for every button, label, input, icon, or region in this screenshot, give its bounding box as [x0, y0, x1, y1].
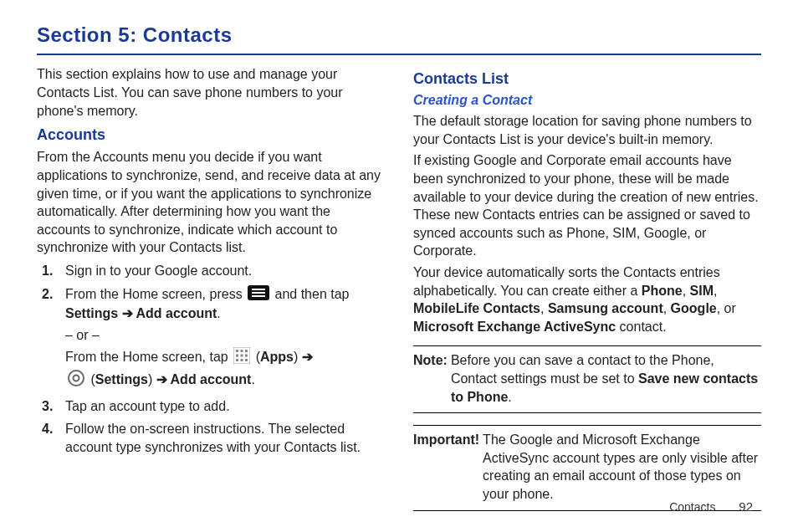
right-column: Contacts List Creating a Contact The def…	[413, 64, 761, 510]
important-body: The Google and Microsoft Exchange Active…	[483, 431, 761, 503]
add-account-label: Add account	[171, 372, 252, 386]
svg-rect-11	[236, 359, 238, 361]
contacts-paragraph: The default storage location for saving …	[413, 112, 761, 148]
page-number: 92	[739, 499, 753, 514]
important-label: Important!	[413, 431, 479, 503]
step-or: – or –	[65, 326, 385, 345]
note-body: Before you can save a contact to the Pho…	[451, 351, 761, 406]
intro-paragraph: This section explains how to use and man…	[37, 65, 385, 120]
sim-label: SIM	[690, 284, 714, 298]
mseas-label: Microsoft Exchange ActiveSync	[413, 320, 616, 334]
step-text: Tap an account type to add.	[65, 399, 230, 413]
accounts-paragraph: From the Accounts menu you decide if you…	[37, 148, 385, 257]
svg-rect-7	[245, 350, 248, 352]
step-text: and then tap	[275, 287, 350, 301]
note-block: Note: Before you can save a contact to t…	[413, 345, 761, 413]
page-footer: Contacts 92	[669, 499, 753, 515]
step-item: Sign in to your Google account.	[37, 262, 385, 280]
footer-section: Contacts	[669, 500, 715, 514]
arrow-icon: ➔	[302, 350, 313, 364]
step-text: Follow the on-screen instructions. The s…	[65, 422, 361, 454]
contacts-paragraph: Your device automatically sorts the Cont…	[413, 263, 761, 335]
add-account-label: Add account	[136, 306, 217, 320]
arrow-icon: ➔	[122, 306, 136, 320]
svg-rect-13	[245, 359, 248, 361]
svg-point-15	[74, 376, 79, 381]
menu-icon	[248, 285, 269, 305]
settings-gear-icon	[67, 369, 85, 392]
google-label: Google	[671, 301, 717, 315]
svg-rect-9	[241, 355, 243, 357]
creating-contact-heading: Creating a Contact	[413, 91, 761, 110]
svg-rect-5	[236, 350, 238, 352]
step-text: From the Home screen, press	[65, 287, 246, 301]
settings-label: Settings	[65, 306, 118, 320]
step-text: Sign in to your Google account.	[65, 263, 252, 278]
svg-rect-6	[241, 350, 243, 352]
contacts-paragraph: If existing Google and Corporate email a…	[413, 151, 761, 260]
svg-rect-1	[252, 289, 265, 290]
settings-label: Settings	[95, 372, 148, 386]
note-label: Note:	[413, 351, 448, 406]
accounts-heading: Accounts	[37, 125, 385, 145]
step-alt: From the Home screen, tap (Apps) ➔	[65, 347, 385, 391]
content-columns: This section explains how to use and man…	[37, 64, 761, 510]
apps-label: Apps	[260, 350, 294, 364]
svg-rect-10	[245, 355, 248, 357]
svg-rect-3	[252, 295, 265, 297]
para-text: contact.	[616, 320, 666, 334]
left-column: This section explains how to use and man…	[37, 64, 385, 510]
svg-point-14	[69, 371, 84, 386]
samsung-label: Samsung account	[548, 301, 663, 315]
section-title: Section 5: Contacts	[37, 22, 761, 55]
svg-rect-12	[241, 359, 243, 361]
step-text: From the Home screen, tap	[65, 350, 232, 364]
step-item: Tap an account type to add.	[37, 397, 385, 416]
arrow-icon: ➔	[156, 372, 171, 386]
svg-rect-8	[236, 355, 238, 357]
contacts-list-heading: Contacts List	[413, 69, 761, 89]
mobilelife-label: MobileLife Contacts	[413, 301, 540, 315]
para-text: , or	[717, 301, 736, 315]
svg-rect-2	[252, 292, 265, 294]
accounts-steps: Sign in to your Google account. From the…	[37, 262, 385, 456]
step-item: From the Home screen, press and then tap…	[37, 285, 385, 392]
apps-grid-icon	[233, 347, 250, 369]
step-item: Follow the on-screen instructions. The s…	[37, 420, 385, 456]
phone-label: Phone	[642, 284, 683, 298]
